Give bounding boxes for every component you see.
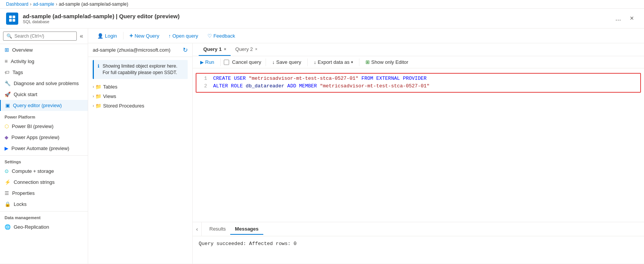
close-button[interactable]: × (626, 13, 638, 25)
export-button[interactable]: ↓ Export data as ▾ (311, 58, 356, 66)
breadcrumb-dashboard[interactable]: Dashboard (6, 2, 28, 7)
query-toolbar: ▶ Run Cancel query ↓ Save query (193, 56, 644, 68)
sidebar-item-label: Quick start (14, 92, 37, 97)
results-content: Query succeeded: Affected rows: 0 (193, 236, 644, 251)
sidebar-item-diagnose[interactable]: 🔧 Diagnose and solve problems (0, 78, 88, 89)
breadcrumb-current: ad-sample (ad-sample/ad-sample) (59, 2, 128, 7)
top-bar: ad-sample (ad-sample/ad-sample) | Query … (0, 9, 644, 28)
expand-icon: › (93, 94, 94, 98)
sidebar-item-tags[interactable]: 🏷 Tags (0, 67, 88, 78)
sidebar-item-locks[interactable]: 🔒 Locks (0, 199, 88, 210)
save-query-button[interactable]: ↓ Save query (269, 58, 304, 66)
oe-header: ad-sample (zhuxia@microsoft.com) ↻ (88, 43, 192, 57)
home-icon: ⊞ (5, 47, 9, 53)
cancel-query-container: Cancel query (224, 58, 263, 66)
sidebar-item-properties[interactable]: ☰ Properties (0, 188, 88, 199)
toolbar-sep1 (123, 32, 123, 40)
feedback-button[interactable]: ♡ Feedback (204, 32, 238, 40)
app-icon (6, 13, 18, 25)
export-download-icon: ↓ (314, 59, 316, 65)
user-icon: 👤 (97, 33, 103, 39)
open-query-label: Open query (172, 33, 198, 39)
search-box[interactable]: 🔍 (3, 32, 77, 41)
upload-icon: ↑ (168, 33, 171, 39)
results-tabs-bar: Results Messages (202, 224, 266, 235)
collapse-sidebar-button[interactable]: « (78, 32, 85, 40)
checkbox-icon (224, 60, 229, 65)
refresh-button[interactable]: ↻ (183, 46, 188, 54)
qtb-sep4 (359, 58, 359, 66)
db-icon: ▣ (5, 103, 10, 108)
feedback-label: Feedback (214, 33, 235, 39)
sidebar-item-power-bi[interactable]: ⬡ Power BI (preview) (0, 121, 88, 132)
sidebar-item-label: Connection strings (14, 179, 55, 185)
login-button[interactable]: 👤 Login (94, 32, 120, 40)
sidebar-item-query-editor[interactable]: ▣ Query editor (preview) (0, 100, 88, 111)
cancel-button[interactable]: Cancel query (231, 58, 263, 66)
sidebar-item-label: Power Apps (preview) (11, 134, 59, 140)
show-editor-label: Show only Editor (371, 59, 408, 65)
grid-icon: ⊞ (366, 59, 370, 65)
sidebar-item-connection-strings[interactable]: ⚡ Connection strings (0, 177, 88, 188)
sidebar: 🔍 « ⊞ Overview ≡ Activity log 🏷 Tags 🔧 D… (0, 28, 88, 264)
search-icon: 🔍 (6, 33, 12, 39)
breadcrumb: Dashboard › ad-sample › ad-sample (ad-sa… (0, 0, 644, 9)
results-header: ‹ Results Messages (193, 222, 644, 236)
breadcrumb-sep1: › (30, 2, 32, 7)
sidebar-item-label: Query editor (preview) (13, 103, 62, 108)
sidebar-item-geo-replication[interactable]: 🌐 Geo-Replication (0, 221, 88, 232)
open-query-button[interactable]: ↑ Open query (165, 32, 201, 40)
query-tab-2[interactable]: Query 2 × (231, 43, 262, 56)
tab-close-1[interactable]: × (224, 47, 226, 51)
section-label-data-management: Data management (0, 213, 88, 221)
run-label: Run (205, 59, 214, 65)
query-tab-2-label: Query 2 (235, 46, 253, 52)
breadcrumb-sep2: › (56, 2, 57, 7)
show-editor-button[interactable]: ⊞ Show only Editor (362, 58, 411, 66)
lock-icon: 🔒 (5, 201, 11, 207)
sidebar-nav: ⊞ Overview ≡ Activity log 🏷 Tags 🔧 Diagn… (0, 44, 88, 264)
code-line-2: 2 ALTER ROLE db_datareader ADD MEMBER "m… (196, 83, 640, 90)
sidebar-item-compute[interactable]: ⊙ Compute + storage (0, 166, 88, 177)
query-editor-area: Query 1 × Query 2 × ▶ Run (193, 43, 644, 264)
ellipsis-button[interactable]: ... (612, 13, 624, 25)
connection-label: ad-sample (zhuxia@microsoft.com) (93, 47, 180, 53)
breadcrumb-adsample[interactable]: ad-sample (33, 2, 54, 7)
sidebar-item-power-apps[interactable]: ◆ Power Apps (preview) (0, 132, 88, 143)
sidebar-item-activity-log[interactable]: ≡ Activity log (0, 55, 88, 67)
content-area: 👤 Login + New Query ↑ Open query ♡ Feedb… (88, 28, 644, 264)
tab-close-2[interactable]: × (255, 47, 258, 51)
nav-divider (0, 155, 88, 156)
sidebar-item-label: Diagnose and solve problems (14, 81, 79, 86)
login-label: Login (105, 33, 117, 39)
expand-icon: › (93, 85, 94, 89)
run-button[interactable]: ▶ Run (197, 58, 217, 66)
chevron-down-icon: ▾ (351, 60, 353, 64)
sidebar-item-quickstart[interactable]: 🚀 Quick start (0, 89, 88, 100)
sidebar-item-power-automate[interactable]: ▶ Power Automate (preview) (0, 143, 88, 154)
search-input[interactable] (14, 33, 73, 39)
results-tab-results[interactable]: Results (205, 224, 230, 235)
object-explorer: ad-sample (zhuxia@microsoft.com) ↻ ℹ Sho… (88, 43, 193, 264)
sidebar-item-label: Locks (14, 201, 27, 207)
new-query-button[interactable]: + New Query (127, 31, 162, 41)
tree-item-views[interactable]: › 📁 Views (88, 92, 192, 101)
collapse-results-button[interactable]: ‹ (193, 222, 202, 236)
results-panel: ‹ Results Messages Query succeeded: Affe… (193, 222, 644, 264)
code-content-2: ALTER ROLE db_datareader ADD MEMBER "met… (212, 83, 640, 89)
tree-item-stored-procedures[interactable]: › 📁 Stored Procedures (88, 101, 192, 111)
connection-icon: ⚡ (5, 179, 11, 185)
nav-divider2 (0, 211, 88, 212)
plus-icon: + (130, 32, 133, 39)
oe-body: ℹ Showing limited object explorer here. … (88, 57, 192, 264)
query-tab-1[interactable]: Query 1 × (199, 43, 231, 56)
save-query-label: Save query (276, 59, 301, 65)
results-tab-messages[interactable]: Messages (230, 224, 263, 235)
code-editor[interactable]: 1 CREATE USER "metricsadvisor-mt-test-st… (193, 68, 644, 222)
sidebar-item-overview[interactable]: ⊞ Overview (0, 44, 88, 55)
tree-item-tables[interactable]: › 📁 Tables (88, 82, 192, 92)
qtb-sep3 (307, 58, 308, 66)
expand-icon: › (93, 104, 94, 108)
sidebar-item-label: Geo-Replication (14, 224, 49, 230)
split-area: ad-sample (zhuxia@microsoft.com) ↻ ℹ Sho… (88, 43, 644, 264)
